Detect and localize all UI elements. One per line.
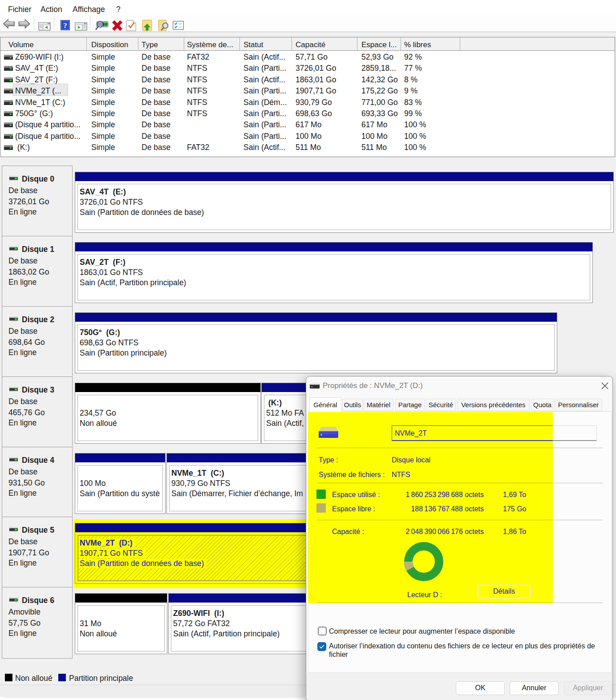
svg-text:?: ? — [63, 21, 67, 30]
